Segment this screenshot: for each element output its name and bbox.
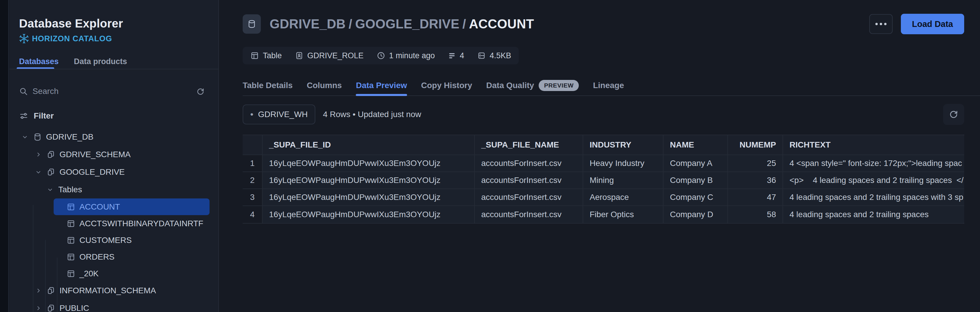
cell-industry: Fiber Optics [583,206,663,223]
tab-table-details[interactable]: Table Details [243,77,293,95]
schema-icon [46,304,56,312]
tab-lineage[interactable]: Lineage [593,77,624,95]
tab-copy-history[interactable]: Copy History [421,77,472,95]
breadcrumb-separator: / [345,17,355,31]
cell-industry: Mining [583,172,663,189]
meta-role-label: GDRIVE_ROLE [307,51,364,60]
tree-node-20k[interactable]: _20K [54,265,210,282]
search-icon [19,87,28,96]
sidebar-subtitle: HORIZON CATALOG [32,34,112,43]
table-header-row: _SUPA_FILE_ID _SUPA_FILE_NAME INDUSTRY N… [243,135,964,155]
tab-columns[interactable]: Columns [307,77,342,95]
tree-node-label: Tables [58,185,82,194]
sidebar-tab-databases[interactable]: Databases [19,57,59,74]
row-number: 4 [243,206,262,223]
meta-size: 4.5KB [477,51,511,60]
snowflake-logo-icon [19,34,29,44]
meta-object-type: Table [250,51,282,60]
preview-status-text: 4 Rows • Updated just now [323,110,421,119]
meta-updated: 1 minute ago [377,51,435,60]
chevron-right-icon[interactable] [34,287,43,295]
table-row[interactable]: 1 16yLqeEOWPaugHmDUPwwIXu3Em3OYOUjz acco… [243,155,964,172]
cell-file-name: accountsForInsert.csv [475,155,583,172]
cell-name: Company C [663,189,728,206]
row-number: 1 [243,155,262,172]
warehouse-selector[interactable]: • GDRIVE_WH [243,105,315,124]
load-data-button[interactable]: Load Data [901,14,964,34]
tree-node-tables[interactable]: Tables [19,181,218,198]
tree-node-label: ACCOUNT [80,202,120,212]
filter-button[interactable]: Filter [19,111,218,120]
cell-file-id: 16yLqeEOWPaugHmDUPwwIXu3Em3OYOUjz [262,172,475,189]
left-rail [0,0,9,312]
chevron-down-icon[interactable] [34,168,43,176]
tree-node-label: GOOGLE_DRIVE [59,168,125,177]
tab-data-preview[interactable]: Data Preview [356,77,407,95]
column-header[interactable]: NAME [663,135,728,155]
sidebar-tabs: Databases Data products [19,57,218,74]
chevron-right-icon[interactable] [34,151,43,158]
tree-node-customers[interactable]: CUSTOMERS [54,232,210,249]
more-actions-button[interactable] [869,14,892,34]
filter-icon [19,111,29,120]
database-tree: GDRIVE_DB GDRIVE_SCHEMA GOOGLE_DRIVE Tab… [19,128,218,312]
row-number: 2 [243,172,262,189]
breadcrumb-database[interactable]: GDRIVE_DB [270,17,345,31]
tree-node-google-drive[interactable]: GOOGLE_DRIVE [19,163,218,181]
breadcrumb-table: ACCOUNT [469,17,534,31]
column-header[interactable]: _SUPA_FILE_ID [262,135,475,155]
meta-object-type-label: Table [263,51,282,60]
cell-numemp: 47 [728,189,783,206]
tree-node-account[interactable]: ACCOUNT [54,198,210,215]
sidebar-refresh-icon[interactable] [196,87,205,96]
database-icon [33,133,42,141]
chevron-down-icon[interactable] [21,133,29,141]
column-header[interactable]: INDUSTRY [583,135,663,155]
cell-file-id: 16yLqeEOWPaugHmDUPwwIXu3Em3OYOUjz [262,155,475,172]
cell-name: Company D [663,206,728,223]
tree-node-acctswithbinarydatainrtf[interactable]: ACCTSWITHBINARYDATAINRTF [54,215,210,232]
tree-node-gdrive-db[interactable]: GDRIVE_DB [19,128,218,146]
column-header[interactable]: RICHTEXT [783,135,964,155]
tree-node-orders[interactable]: ORDERS [54,249,210,265]
cell-name: Company A [663,155,728,172]
table-row[interactable]: 3 16yLqeEOWPaugHmDUPwwIXu3Em3OYOUjz acco… [243,189,964,206]
sidebar-title: Database Explorer [19,17,218,30]
sidebar: Database Explorer HORIZON CATALOG Databa… [10,0,219,312]
tree-node-label: ACCTSWITHBINARYDATAINRTF [80,219,204,228]
main-panel: GDRIVE_DB/GOOGLE_DRIVE/ACCOUNT Load Data… [220,0,980,312]
table-row[interactable]: 4 16yLqeEOWPaugHmDUPwwIXu3Em3OYOUjz acco… [243,206,964,223]
tree-node-public[interactable]: PUBLIC [19,299,218,312]
table-icon [250,51,259,60]
tree-node-gdrive-schema[interactable]: GDRIVE_SCHEMA [19,146,218,163]
dot-icon [875,23,878,25]
tree-node-label: ORDERS [80,252,115,262]
cell-richtext: <p> 4 leading spaces and 2 trailing spac… [783,172,964,189]
clock-icon [377,51,385,60]
cell-numemp: 25 [728,155,783,172]
detail-tabs: Table Details Columns Data Preview Copy … [243,77,980,96]
sidebar-tab-data-products[interactable]: Data products [74,57,127,74]
warehouse-name: GDRIVE_WH [258,110,308,119]
database-icon [247,19,256,29]
table-row[interactable]: 2 16yLqeEOWPaugHmDUPwwIXu3Em3OYOUjz acco… [243,172,964,189]
tree-node-label: GDRIVE_DB [46,132,94,142]
schema-icon [46,168,56,176]
schema-icon [46,286,56,295]
sidebar-tabs-divider [10,69,218,70]
refresh-preview-button[interactable] [943,104,964,125]
tab-data-quality[interactable]: Data Quality PREVIEW [486,77,579,95]
breadcrumb-schema[interactable]: GOOGLE_DRIVE [355,17,460,31]
dot-icon [884,23,886,25]
chevron-right-icon[interactable] [34,304,43,312]
tree-node-label: _20K [80,269,99,278]
search-input[interactable] [33,87,161,96]
column-header[interactable]: _SUPA_FILE_NAME [475,135,583,155]
role-icon [295,51,304,60]
meta-size-label: 4.5KB [490,51,511,60]
column-header[interactable]: NUMEMP [728,135,783,155]
filter-label: Filter [34,111,54,120]
cell-file-name: accountsForInsert.csv [475,172,583,189]
chevron-down-icon[interactable] [46,186,54,193]
tree-node-information-schema[interactable]: INFORMATION_SCHEMA [19,282,218,299]
